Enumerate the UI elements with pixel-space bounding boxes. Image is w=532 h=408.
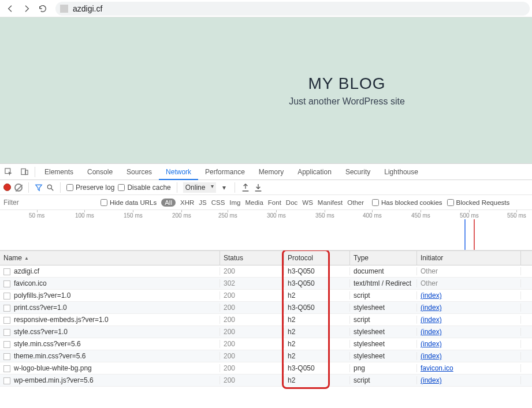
preserve-log-checkbox[interactable]: Preserve log (66, 184, 114, 192)
toggle-device-button[interactable] (16, 164, 32, 180)
table-row[interactable]: style.min.css?ver=5.6200h2stylesheet(ind… (0, 338, 532, 350)
disable-cache-checkbox[interactable]: Disable cache (118, 184, 170, 192)
throttle-caret[interactable]: ▾ (220, 183, 229, 192)
filter-cat-media[interactable]: Media (245, 199, 263, 206)
cell-type: stylesheet (350, 352, 417, 360)
tab-lighthouse[interactable]: Lighthouse (377, 164, 425, 180)
table-row[interactable]: print.css?ver=1.0200h3-Q050stylesheet(in… (0, 302, 532, 314)
back-button[interactable] (2, 1, 18, 16)
filter-cat-img[interactable]: Img (229, 199, 240, 206)
cell-name: w-logo-blue-white-bg.png (0, 364, 220, 372)
tab-network[interactable]: Network (159, 164, 198, 180)
file-icon (3, 293, 10, 300)
cell-type: script (350, 316, 417, 324)
table-row[interactable]: style.css?ver=1.0200h2stylesheet(index) (0, 326, 532, 338)
initiator-link[interactable]: (index) (421, 328, 442, 336)
cell-status: 302 (220, 279, 284, 287)
filter-cat-css[interactable]: CSS (211, 199, 225, 206)
grid-body[interactable]: azdigi.cf200h3-Q050documentOtherfavicon.… (0, 265, 532, 408)
table-row[interactable]: w-logo-blue-white-bg.png200h3-Q050pngfav… (0, 362, 532, 375)
search-toggle[interactable] (46, 184, 54, 192)
cell-status: 200 (220, 340, 284, 348)
cell-name-text: favicon.ico (14, 279, 47, 287)
cell-name-text: responsive-embeds.js?ver=1.0 (14, 316, 109, 324)
cell-initiator: (index) (417, 328, 521, 336)
cell-name-text: azdigi.cf (14, 267, 39, 275)
filter-toggle[interactable] (35, 184, 43, 192)
network-grid: Name Status Protocol Type Initiator azdi… (0, 250, 532, 408)
address-bar[interactable]: azdigi.cf (55, 2, 530, 16)
tab-elements[interactable]: Elements (38, 164, 80, 180)
preserve-log-label: Preserve log (76, 184, 114, 192)
filter-cat-xhr[interactable]: XHR (180, 199, 194, 206)
cell-type: text/html / Redirect (350, 279, 417, 287)
tab-performance[interactable]: Performance (198, 164, 252, 180)
table-row[interactable]: azdigi.cf200h3-Q050documentOther (0, 265, 532, 278)
cell-type: document (350, 267, 417, 275)
col-header-initiator[interactable]: Initiator (417, 251, 521, 265)
timeline-tick: 300 ms (267, 212, 286, 219)
filter-input[interactable] (3, 197, 96, 208)
arrow-right-icon (22, 4, 31, 13)
has-blocked-cookies-checkbox[interactable]: Has blocked cookies (372, 199, 442, 206)
throttle-select[interactable]: Online (183, 182, 216, 193)
col-header-overflow[interactable] (521, 251, 532, 265)
blocked-requests-checkbox[interactable]: Blocked Requests (447, 199, 510, 206)
has-blocked-cookies-label: Has blocked cookies (381, 199, 442, 206)
file-icon (3, 329, 10, 336)
tab-sources[interactable]: Sources (120, 164, 159, 180)
svg-point-3 (47, 185, 51, 189)
initiator-link[interactable]: (index) (421, 291, 442, 300)
reload-button[interactable] (35, 1, 51, 16)
filter-cat-manifest[interactable]: Manifest (318, 199, 343, 206)
initiator-link[interactable]: (index) (421, 376, 442, 384)
initiator-link[interactable]: (index) (421, 340, 442, 348)
initiator-link[interactable]: (index) (421, 316, 442, 324)
table-row[interactable]: favicon.ico302h3-Q050text/html / Redirec… (0, 278, 532, 290)
filter-cat-other[interactable]: Other (347, 199, 364, 206)
filter-cat-all[interactable]: All (161, 199, 176, 207)
blocked-requests-input[interactable] (447, 199, 454, 206)
table-row[interactable]: polyfills.js?ver=1.0200h2script(index) (0, 290, 532, 302)
tab-memory[interactable]: Memory (252, 164, 291, 180)
initiator-link[interactable]: (index) (421, 352, 442, 360)
timeline-tick: 150 ms (124, 212, 143, 219)
initiator-link[interactable]: favicon.ico (421, 364, 453, 372)
file-icon (3, 305, 10, 312)
filter-cat-font[interactable]: Font (268, 199, 281, 206)
preserve-log-input[interactable] (66, 184, 73, 191)
network-timeline[interactable]: 50 ms 100 ms 150 ms 200 ms 250 ms 300 ms… (0, 210, 532, 250)
filter-cat-ws[interactable]: WS (302, 199, 313, 206)
col-header-status[interactable]: Status (220, 251, 284, 265)
clear-button[interactable] (14, 184, 23, 192)
col-header-name[interactable]: Name (0, 251, 220, 265)
table-row[interactable]: theme.min.css?ver=5.6200h2stylesheet(ind… (0, 350, 532, 362)
filter-cat-doc[interactable]: Doc (286, 199, 297, 206)
table-row[interactable]: wp-embed.min.js?ver=5.6200h2script(index… (0, 375, 532, 387)
cell-protocol: h2 (284, 376, 350, 384)
throttle-select-wrap[interactable]: Online (183, 182, 216, 193)
inspect-element-button[interactable] (0, 164, 16, 180)
initiator-link[interactable]: (index) (421, 304, 442, 312)
cell-protocol: h2 (284, 316, 350, 324)
tab-console[interactable]: Console (80, 164, 120, 180)
timeline-tick: 450 ms (411, 212, 430, 219)
hide-data-urls-input[interactable] (101, 199, 107, 206)
col-header-protocol[interactable]: Protocol (284, 251, 350, 265)
has-blocked-cookies-input[interactable] (372, 199, 379, 206)
forward-button[interactable] (18, 1, 35, 16)
table-row[interactable]: responsive-embeds.js?ver=1.0200h2script(… (0, 314, 532, 326)
initiator-link: Other (421, 279, 438, 287)
disable-cache-input[interactable] (118, 184, 125, 191)
import-har-button[interactable] (241, 183, 250, 192)
tab-security[interactable]: Security (338, 164, 377, 180)
col-header-type[interactable]: Type (350, 251, 417, 265)
page-favicon-icon (60, 5, 68, 13)
export-har-button[interactable] (254, 183, 263, 192)
tab-application[interactable]: Application (291, 164, 338, 180)
filter-cat-js[interactable]: JS (199, 199, 206, 206)
cell-name: favicon.ico (0, 279, 220, 287)
record-button[interactable] (3, 184, 11, 191)
hide-data-urls-checkbox[interactable]: Hide data URLs (101, 199, 157, 206)
select-element-icon (4, 167, 13, 176)
